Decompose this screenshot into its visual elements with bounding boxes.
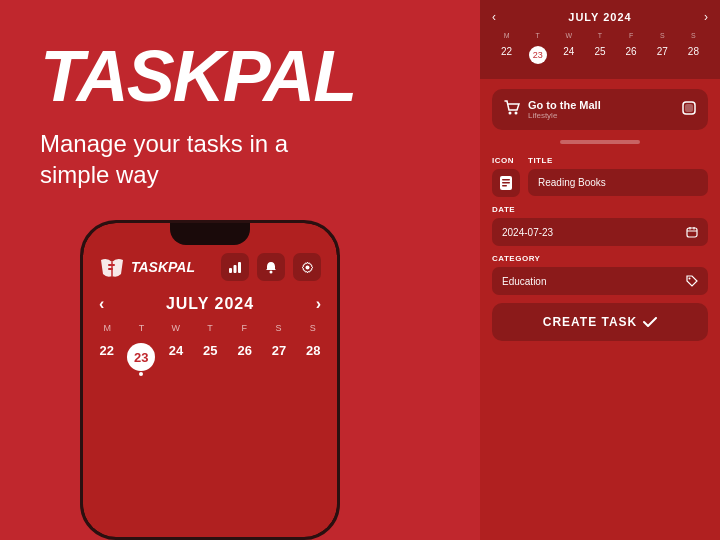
form-section: ICON TITLE Read: [480, 156, 720, 295]
calendar-month: JULY 2024: [166, 295, 254, 313]
r-day-f: F: [617, 32, 646, 39]
r-day-t2: T: [585, 32, 614, 39]
create-task-button[interactable]: CREATE TASK: [492, 303, 708, 341]
title-input[interactable]: Reading Books: [528, 169, 708, 196]
svg-rect-12: [502, 179, 510, 181]
r-day-w: W: [554, 32, 583, 39]
task-info: Go to the Mall Lifestyle: [528, 99, 674, 120]
right-next-arrow[interactable]: ›: [704, 10, 708, 24]
svg-point-6: [305, 265, 309, 269]
icon-label: ICON: [492, 156, 520, 165]
right-cal-month: JULY 2024: [568, 11, 631, 23]
task-action-btn[interactable]: [682, 101, 696, 118]
icon-group: ICON: [492, 156, 520, 197]
category-group: CATEGORY Education: [492, 254, 708, 295]
phone-left-screen: TASKPAL: [83, 223, 337, 537]
date-22[interactable]: 22: [91, 337, 122, 382]
calendar-days-header: M T W T F S S: [83, 321, 337, 335]
phone-icons: [221, 253, 321, 281]
logo-icon: [99, 256, 125, 278]
date-23[interactable]: 23: [125, 337, 157, 382]
r-date-22[interactable]: 22: [492, 43, 521, 67]
gear-icon-btn[interactable]: [293, 253, 321, 281]
day-label-s1: S: [262, 321, 294, 335]
date-value: 2024-07-23: [502, 227, 553, 238]
prev-month-arrow[interactable]: ‹: [99, 295, 104, 313]
svg-rect-2: [229, 268, 232, 273]
svg-rect-15: [687, 228, 697, 237]
category-value: Education: [502, 276, 546, 287]
day-label-w: W: [160, 321, 192, 335]
check-icon: [643, 317, 657, 327]
bell-icon: [265, 261, 277, 274]
date-28[interactable]: 28: [298, 337, 329, 382]
phone-right-screen: ‹ JULY 2024 › M T W T F S S 22 23: [480, 0, 720, 540]
svg-rect-1: [108, 268, 113, 270]
date-24[interactable]: 24: [160, 337, 191, 382]
svg-rect-13: [502, 182, 510, 184]
r-date-24[interactable]: 24: [554, 43, 583, 67]
day-label-s2: S: [297, 321, 329, 335]
logo-text: TASKPAL: [131, 259, 195, 275]
r-day-t1: T: [523, 32, 552, 39]
day-label-t1: T: [125, 321, 157, 335]
tag-icon: [686, 275, 698, 287]
date-23-selected[interactable]: 23: [127, 343, 155, 371]
right-prev-arrow[interactable]: ‹: [492, 10, 496, 24]
icon-input[interactable]: [492, 169, 520, 197]
r-date-26[interactable]: 26: [617, 43, 646, 67]
date-dot-23: [139, 372, 143, 376]
date-input[interactable]: 2024-07-23: [492, 218, 708, 246]
svg-point-19: [689, 278, 691, 280]
r-date-23[interactable]: 23: [523, 43, 552, 67]
bell-icon-btn[interactable]: [257, 253, 285, 281]
calendar-header: ‹ JULY 2024 ›: [83, 291, 337, 321]
r-date-25[interactable]: 25: [585, 43, 614, 67]
svg-point-5: [270, 270, 273, 273]
task-cart-icon: [504, 100, 520, 119]
calendar-dates: 22 23 24 25 26 27 28: [83, 337, 337, 382]
chart-icon-btn[interactable]: [221, 253, 249, 281]
task-item[interactable]: Go to the Mall Lifestyle: [492, 89, 708, 130]
calendar-icon: [686, 226, 698, 238]
date-26[interactable]: 26: [229, 337, 260, 382]
category-label: CATEGORY: [492, 254, 708, 263]
r-day-m: M: [492, 32, 521, 39]
date-27[interactable]: 27: [263, 337, 294, 382]
svg-point-8: [515, 112, 518, 115]
gear-icon: [301, 261, 314, 274]
r-day-s2: S: [679, 32, 708, 39]
phone-right-body: ‹ JULY 2024 › M T W T F S S 22 23: [480, 0, 720, 540]
date-25[interactable]: 25: [195, 337, 226, 382]
phone-logo: TASKPAL: [99, 256, 195, 278]
r-date-27[interactable]: 27: [648, 43, 677, 67]
form-divider: [560, 140, 640, 144]
next-month-arrow[interactable]: ›: [316, 295, 321, 313]
svg-rect-4: [238, 262, 241, 273]
phone-left: TASKPAL: [80, 220, 340, 540]
right-cal-header: ‹ JULY 2024 ›: [492, 10, 708, 24]
create-task-label: CREATE TASK: [543, 315, 638, 329]
date-group: DATE 2024-07-23: [492, 205, 708, 246]
app-subtitle: Manage your tasks in a simple way: [40, 128, 360, 190]
day-label-t2: T: [194, 321, 226, 335]
r-date-28[interactable]: 28: [679, 43, 708, 67]
phone-right: ‹ JULY 2024 › M T W T F S S 22 23: [480, 0, 720, 540]
category-input[interactable]: Education: [492, 267, 708, 295]
date-label: DATE: [492, 205, 708, 214]
svg-rect-14: [502, 185, 507, 187]
right-cal-dates: 22 23 24 25 26 27 28: [492, 43, 708, 67]
phone-left-body: TASKPAL: [80, 220, 340, 540]
svg-rect-10: [685, 104, 693, 112]
task-subtitle: Lifestyle: [528, 111, 674, 120]
r-date-23-sel[interactable]: 23: [529, 46, 547, 64]
task-title-text: Go to the Mall: [528, 99, 674, 111]
svg-rect-3: [234, 265, 237, 273]
day-label-m: M: [91, 321, 123, 335]
r-day-s1: S: [648, 32, 677, 39]
chart-icon: [228, 261, 242, 273]
right-cal-days: M T W T F S S: [492, 32, 708, 39]
svg-point-7: [509, 112, 512, 115]
app-title: TASKPAL: [40, 40, 420, 112]
right-top-calendar: ‹ JULY 2024 › M T W T F S S 22 23: [480, 0, 720, 79]
